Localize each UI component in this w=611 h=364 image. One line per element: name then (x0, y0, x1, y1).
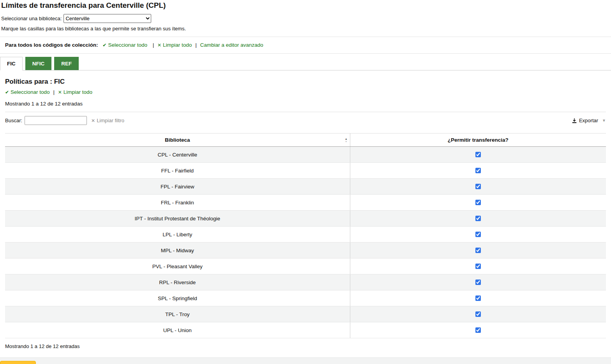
table-row: RPL - Riverside (5, 274, 606, 290)
table-row: TPL - Troy (5, 306, 606, 322)
allow-transfer-cell (350, 290, 606, 306)
table-row: MPL - Midway (5, 243, 606, 258)
collection-actions-bar: Para todos los códigos de colección: ✔Se… (0, 37, 611, 53)
allow-transfer-cell (350, 274, 606, 290)
caret-down-icon[interactable]: ▼ (602, 118, 606, 123)
select-all-collections-link[interactable]: ✔Seleccionar todo (102, 42, 147, 48)
table-row: LPL - Liberty (5, 227, 606, 243)
policies-panel: Políticas para : FIC ✔Seleccionar todo |… (0, 78, 611, 349)
allow-transfer-cell (350, 163, 606, 179)
transfer-checkbox[interactable] (475, 216, 481, 221)
transfer-checkbox[interactable] (475, 295, 481, 301)
check-icon: ✔ (5, 90, 9, 95)
transfer-checkbox[interactable] (475, 200, 481, 205)
transfer-checkbox[interactable] (475, 327, 481, 333)
entries-info-bottom: Mostrando 1 a 12 de 12 entradas (5, 343, 606, 349)
transfer-checkbox[interactable] (475, 264, 481, 269)
allow-transfer-cell (350, 306, 606, 322)
collection-bar-label: Para todos los códigos de colección: (5, 42, 98, 48)
table-row: UPL - Union (5, 322, 606, 338)
table-row: CPL - Centerville (5, 147, 606, 163)
table-row: FFL - Fairfield (5, 163, 606, 179)
column-header-allow-transfer[interactable]: ¿Permitir transferencia? (350, 134, 606, 147)
download-icon (572, 118, 579, 123)
clear-icon: ✕ (91, 118, 95, 123)
advanced-editor-link[interactable]: Cambiar a editor avanzado (200, 42, 263, 48)
sort-desc-icon[interactable]: ▼ (345, 140, 348, 143)
allow-transfer-cell (350, 258, 606, 274)
library-cell: FRL - Franklin (5, 195, 350, 211)
allow-transfer-cell (350, 195, 606, 211)
clear-all-link[interactable]: ✕Limpiar todo (58, 89, 92, 95)
table-row: SPL - Springfield (5, 290, 606, 306)
hint-text: Marque las casillas para las bibliotecas… (1, 26, 606, 32)
transfer-checkbox[interactable] (475, 311, 481, 317)
table-row: IPT - Institut Protestant de Théologie (5, 211, 606, 227)
transfer-checkbox[interactable] (475, 152, 481, 157)
panel-heading: Políticas para : FIC (5, 78, 606, 86)
page-header: Límites de transferencia para Centervill… (0, 0, 611, 32)
allow-transfer-cell (350, 179, 606, 195)
sort-asc-icon[interactable]: ▲ (345, 137, 348, 140)
library-cell: IPT - Institut Protestant de Théologie (5, 211, 350, 227)
library-cell: CPL - Centerville (5, 147, 350, 163)
transfer-limits-table: Biblioteca ▲ ▼ ¿Permitir transferencia? … (5, 133, 606, 338)
tab-ref[interactable]: REF (54, 57, 79, 70)
action-bar: Guardar Cancelar (0, 357, 611, 364)
save-button[interactable]: Guardar (0, 361, 36, 364)
library-cell: TPL - Troy (5, 306, 350, 322)
separator: | (153, 42, 154, 48)
allow-transfer-cell (350, 211, 606, 227)
library-select-label: Seleccionar una biblioteca: (1, 16, 62, 21)
search-label: Buscar: (5, 118, 22, 123)
transfer-checkbox[interactable] (475, 280, 481, 285)
table-row: FRL - Franklin (5, 195, 606, 211)
table-row: PVL - Pleasant Valley (5, 258, 606, 274)
sort-icons[interactable]: ▲ ▼ (345, 137, 348, 143)
transfer-checkbox[interactable] (475, 168, 481, 173)
clear-filter-link[interactable]: ✕Limpiar filtro (91, 118, 124, 123)
transfer-checkbox[interactable] (475, 184, 481, 189)
table-row: FPL - Fairview (5, 179, 606, 195)
clear-icon: ✕ (157, 42, 161, 48)
divider (0, 53, 611, 54)
clear-all-collections-link[interactable]: ✕Limpiar todo (157, 42, 192, 48)
column-header-library[interactable]: Biblioteca ▲ ▼ (5, 134, 350, 147)
check-icon: ✔ (102, 42, 106, 48)
library-cell: UPL - Union (5, 322, 350, 338)
search-input[interactable] (25, 116, 87, 125)
allow-transfer-cell (350, 243, 606, 258)
table-header-row: Biblioteca ▲ ▼ ¿Permitir transferencia? (5, 134, 606, 147)
entries-info-top: Mostrando 1 a 12 de 12 entradas (5, 101, 606, 112)
clear-icon: ✕ (58, 90, 62, 95)
page-title: Límites de transferencia para Centervill… (1, 1, 606, 10)
library-cell: LPL - Liberty (5, 227, 350, 243)
separator: | (195, 42, 197, 48)
library-select[interactable]: Centerville (64, 14, 151, 23)
allow-transfer-cell (350, 227, 606, 243)
library-cell: RPL - Riverside (5, 274, 350, 290)
library-cell: FFL - Fairfield (5, 163, 350, 179)
library-cell: PVL - Pleasant Valley (5, 258, 350, 274)
transfer-checkbox[interactable] (475, 232, 481, 237)
export-button[interactable]: Exportar (572, 118, 598, 123)
library-cell: FPL - Fairview (5, 179, 350, 195)
tab-nfic[interactable]: NFIC (25, 57, 52, 70)
library-cell: SPL - Springfield (5, 290, 350, 306)
transfer-checkbox[interactable] (475, 248, 481, 253)
library-cell: MPL - Midway (5, 243, 350, 258)
collection-tabs: FIC NFIC REF (0, 57, 611, 70)
allow-transfer-cell (350, 147, 606, 163)
select-all-link[interactable]: ✔Seleccionar todo (5, 89, 50, 95)
separator: | (53, 89, 55, 95)
tab-fic[interactable]: FIC (0, 57, 23, 70)
allow-transfer-cell (350, 322, 606, 338)
